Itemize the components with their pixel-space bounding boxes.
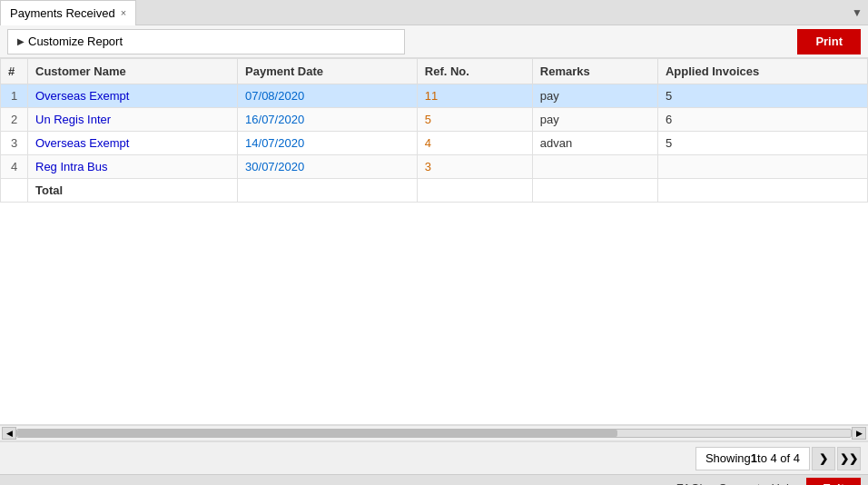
col-customer-name: Customer Name bbox=[28, 59, 238, 84]
row-num: 2 bbox=[1, 108, 28, 132]
customize-arrow-icon: ▶ bbox=[17, 36, 25, 46]
row-num: 1 bbox=[1, 84, 28, 108]
col-payment-date: Payment Date bbox=[238, 59, 418, 84]
col-ref-no: Ref. No. bbox=[417, 59, 532, 84]
scrollbar-track[interactable] bbox=[16, 429, 852, 438]
exit-button[interactable]: Exit bbox=[806, 478, 861, 486]
row-customer[interactable]: Overseas Exempt bbox=[28, 132, 238, 155]
row-ref: 4 bbox=[417, 132, 532, 155]
row-remarks: pay bbox=[532, 108, 657, 132]
main-content: # Customer Name Payment Date Ref. No. Re… bbox=[0, 58, 868, 425]
row-customer[interactable]: Overseas Exempt bbox=[28, 84, 238, 108]
row-date: 30/07/2020 bbox=[238, 155, 418, 179]
row-invoices: 5 bbox=[657, 132, 867, 155]
support-link[interactable]: Support bbox=[719, 481, 761, 485]
table-header-row: # Customer Name Payment Date Ref. No. Re… bbox=[1, 59, 868, 84]
row-date: 16/07/2020 bbox=[238, 108, 418, 132]
table-row[interactable]: 4 Reg Intra Bus 30/07/2020 3 bbox=[1, 155, 868, 179]
faq-link[interactable]: FAQ's bbox=[676, 481, 708, 485]
row-num: 3 bbox=[1, 132, 28, 155]
tab-close-icon[interactable]: × bbox=[121, 8, 126, 18]
row-invoices bbox=[657, 155, 867, 179]
payments-table: # Customer Name Payment Date Ref. No. Re… bbox=[0, 58, 868, 203]
row-customer[interactable]: Un Regis Inter bbox=[28, 108, 238, 132]
total-label: Total bbox=[28, 179, 238, 203]
col-remarks: Remarks bbox=[532, 59, 657, 84]
toolbar: ▶ Customize Report Print bbox=[0, 25, 868, 58]
payments-received-tab[interactable]: Payments Received × bbox=[0, 0, 136, 25]
row-date: 14/07/2020 bbox=[238, 132, 418, 155]
table-row[interactable]: 2 Un Regis Inter 16/07/2020 5 pay 6 bbox=[1, 108, 868, 132]
pagination-start: 1 bbox=[751, 451, 757, 465]
print-button[interactable]: Print bbox=[797, 29, 861, 54]
col-applied-invoices: Applied Invoices bbox=[657, 59, 867, 84]
row-date: 07/08/2020 bbox=[238, 84, 418, 108]
row-invoices: 5 bbox=[657, 84, 867, 108]
table-row[interactable]: 3 Overseas Exempt 14/07/2020 4 advan 5 bbox=[1, 132, 868, 155]
table-row[interactable]: 1 Overseas Exempt 07/08/2020 11 pay 5 bbox=[1, 84, 868, 108]
pagination-prefix: Showing bbox=[705, 451, 751, 465]
table-total-row: Total bbox=[1, 179, 868, 203]
row-remarks: advan bbox=[532, 132, 657, 155]
scrollbar-thumb[interactable] bbox=[17, 430, 617, 437]
row-num: 4 bbox=[1, 155, 28, 179]
tab-label: Payments Received bbox=[10, 6, 115, 20]
row-remarks bbox=[532, 155, 657, 179]
col-num: # bbox=[1, 59, 28, 84]
row-ref: 11 bbox=[417, 84, 532, 108]
pagination-info: Showing 1 to 4 of 4 bbox=[695, 447, 810, 470]
horizontal-scrollbar[interactable]: ◀ ▶ bbox=[0, 425, 868, 441]
customize-report-label: Customize Report bbox=[28, 35, 123, 48]
scroll-left-arrow[interactable]: ◀ bbox=[2, 427, 16, 440]
scroll-right-arrow[interactable]: ▶ bbox=[852, 427, 866, 440]
tab-dropdown-icon[interactable]: ▼ bbox=[846, 6, 868, 19]
last-page-button[interactable]: ❯❯ bbox=[837, 447, 861, 470]
row-ref: 5 bbox=[417, 108, 532, 132]
next-page-button[interactable]: ❯ bbox=[812, 447, 835, 470]
footer: FAQ's Support Help Exit bbox=[0, 474, 868, 485]
customize-report-button[interactable]: ▶ Customize Report bbox=[7, 29, 405, 54]
pagination-suffix: to 4 of 4 bbox=[757, 451, 800, 465]
tab-bar: Payments Received × ▼ bbox=[0, 0, 868, 25]
row-invoices: 6 bbox=[657, 108, 867, 132]
help-link[interactable]: Help bbox=[771, 481, 795, 485]
pagination-bar: Showing 1 to 4 of 4 ❯ ❯❯ bbox=[0, 441, 868, 474]
row-ref: 3 bbox=[417, 155, 532, 179]
total-empty-num bbox=[1, 179, 28, 203]
row-customer[interactable]: Reg Intra Bus bbox=[28, 155, 238, 179]
row-remarks: pay bbox=[532, 84, 657, 108]
